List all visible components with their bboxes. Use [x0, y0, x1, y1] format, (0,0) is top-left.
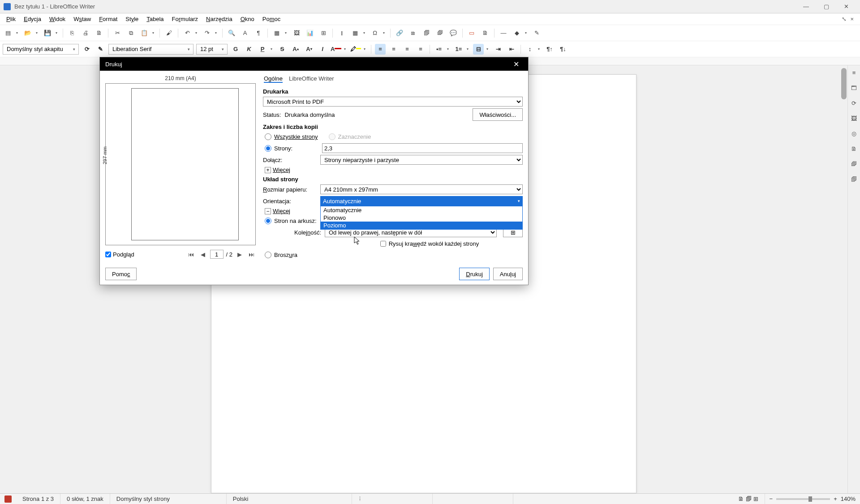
menu-formularz[interactable]: Formularz: [168, 15, 202, 23]
tab-writer[interactable]: LibreOffice Writer: [289, 75, 334, 83]
menu-tabela[interactable]: Tabela: [143, 15, 167, 23]
table-insert-icon[interactable]: ▦: [271, 28, 282, 38]
orientation-option-auto[interactable]: Automatycznie: [321, 206, 522, 214]
font-name-combo[interactable]: Liberation Serif ▾: [108, 44, 194, 55]
bookmark-icon[interactable]: 🗐: [421, 28, 432, 38]
orientation-option-landscape[interactable]: Poziomo: [321, 222, 522, 229]
undo-icon[interactable]: ↶: [182, 28, 193, 38]
decrease-indent-button[interactable]: ⇤: [506, 44, 517, 55]
export-pdf-icon[interactable]: ⎘: [67, 28, 77, 38]
draw-icon[interactable]: ✎: [531, 28, 542, 38]
maximize-button[interactable]: ▢: [816, 0, 836, 13]
cut-icon[interactable]: ✂: [112, 28, 123, 38]
menu-style[interactable]: Style: [122, 15, 142, 23]
close-window-button[interactable]: ✕: [836, 0, 856, 13]
sidebar-menu-icon[interactable]: ≡: [850, 68, 859, 77]
status-insert-mode[interactable]: ⸽: [352, 494, 433, 504]
outline-button[interactable]: ⊟: [473, 44, 484, 55]
page-break-icon[interactable]: ⫿: [336, 28, 347, 38]
radio-pages[interactable]: Strony:: [265, 145, 318, 152]
scrollbar-thumb[interactable]: [841, 68, 847, 99]
menu-widok[interactable]: Widok: [46, 15, 69, 23]
cancel-button[interactable]: Anuluj: [493, 268, 523, 280]
paper-size-select[interactable]: A4 210mm x 297mm: [320, 184, 523, 194]
special-char-icon[interactable]: Ω: [370, 28, 380, 38]
comment-icon[interactable]: 💬: [448, 28, 459, 38]
paste-icon[interactable]: 📋: [139, 28, 150, 38]
line-icon[interactable]: —: [498, 28, 509, 38]
footnote-icon[interactable]: 🗈: [408, 28, 418, 38]
align-center-button[interactable]: ≡: [388, 44, 399, 55]
radio-brochure[interactable]: Broszura: [265, 252, 318, 258]
dialog-titlebar[interactable]: Drukuj ✕: [100, 57, 528, 71]
status-page[interactable]: Strona 1 z 3: [16, 494, 60, 504]
save-icon[interactable]: 💾: [42, 28, 53, 38]
preview-page-input[interactable]: [210, 250, 224, 259]
help-button[interactable]: Pomoc: [105, 268, 137, 280]
toolbar-close-icon[interactable]: ×: [850, 16, 854, 22]
superscript-button[interactable]: A▴: [290, 44, 301, 55]
print-button[interactable]: Drukuj: [459, 268, 490, 280]
sidebar-properties-icon[interactable]: 🗔: [850, 83, 859, 92]
menu-plik[interactable]: Plik: [3, 15, 19, 23]
next-page-button[interactable]: ▶: [235, 250, 244, 259]
sidebar-navigator-icon[interactable]: ◎: [850, 129, 859, 138]
radio-pages-per-sheet[interactable]: Stron na arkusz:: [265, 218, 318, 224]
orientation-option-portrait[interactable]: Pionowo: [321, 214, 522, 222]
shapes-icon[interactable]: ◆: [512, 28, 522, 38]
preview-checkbox[interactable]: Podgląd: [105, 251, 134, 258]
zoom-out-icon[interactable]: −: [770, 495, 773, 502]
status-words[interactable]: 0 słów, 1 znak: [60, 494, 110, 504]
sidebar-manage-icon[interactable]: 🗐: [850, 175, 859, 184]
save-status-icon[interactable]: [4, 495, 12, 503]
bullets-button[interactable]: •≡: [434, 44, 444, 55]
field-icon[interactable]: ▦: [350, 28, 361, 38]
chart-insert-icon[interactable]: 📊: [305, 28, 315, 38]
pages-input[interactable]: [322, 143, 523, 153]
align-left-button[interactable]: ≡: [375, 44, 386, 55]
tab-ogolne[interactable]: Ogólne: [264, 75, 283, 83]
subscript-button[interactable]: A▾: [304, 44, 314, 55]
zoom-value[interactable]: 140%: [841, 495, 856, 502]
underline-button[interactable]: P: [257, 44, 268, 55]
increase-indent-button[interactable]: ⇥: [493, 44, 503, 55]
minimize-button[interactable]: —: [796, 0, 816, 13]
zoom-slider[interactable]: − + 140%: [765, 495, 860, 502]
line-spacing-button[interactable]: ↕: [525, 44, 535, 55]
image-insert-icon[interactable]: 🖼: [291, 28, 302, 38]
find-icon[interactable]: 🔍: [226, 28, 237, 38]
printer-properties-button[interactable]: Właściwości...: [473, 108, 523, 121]
draw-border-checkbox[interactable]: Rysuj krawędź wokół każdej strony: [380, 240, 479, 247]
menu-narzedzia[interactable]: Narzędzia: [202, 15, 236, 23]
clear-format-button[interactable]: I: [317, 44, 328, 55]
dialog-close-button[interactable]: ✕: [509, 60, 523, 68]
menu-format[interactable]: Format: [95, 15, 121, 23]
status-style[interactable]: Domyślny styl strony: [110, 494, 227, 504]
orientation-select[interactable]: Automatycznie ▾: [320, 196, 523, 206]
menu-pomoc[interactable]: Pomoc: [259, 15, 284, 23]
record-changes-icon[interactable]: 🗎: [480, 28, 490, 38]
print-icon[interactable]: 🖨: [80, 28, 91, 38]
last-page-button[interactable]: ⏭: [247, 250, 256, 259]
zoom-in-icon[interactable]: +: [834, 495, 837, 502]
status-selection-mode[interactable]: [433, 494, 513, 504]
hyperlink-icon[interactable]: 🔗: [394, 28, 405, 38]
first-page-button[interactable]: ⏮: [187, 250, 196, 259]
spellcheck-icon[interactable]: A: [240, 28, 250, 38]
clone-format-icon[interactable]: 🖌: [163, 28, 174, 38]
menu-okno[interactable]: Okno: [237, 15, 258, 23]
italic-button[interactable]: K: [244, 44, 254, 55]
redo-icon[interactable]: ↷: [202, 28, 212, 38]
sidebar-gallery-icon[interactable]: 🖼: [850, 114, 859, 123]
toolbar-crosshair-icon[interactable]: ⤡: [842, 16, 847, 22]
status-view-icons[interactable]: 🗎 🗐 ⊞: [732, 494, 765, 504]
font-color-button[interactable]: A: [331, 44, 341, 55]
radio-all-pages[interactable]: Wszystkie strony: [265, 133, 318, 140]
new-doc-icon[interactable]: ▤: [3, 28, 13, 38]
copy-icon[interactable]: ⧉: [125, 28, 136, 38]
align-justify-button[interactable]: ≡: [415, 44, 426, 55]
formatting-marks-icon[interactable]: ¶: [253, 28, 264, 38]
highlight-button[interactable]: 🖍: [350, 44, 361, 55]
menu-edycja[interactable]: Edycja: [20, 15, 45, 23]
new-style-icon[interactable]: ✎: [95, 44, 106, 55]
